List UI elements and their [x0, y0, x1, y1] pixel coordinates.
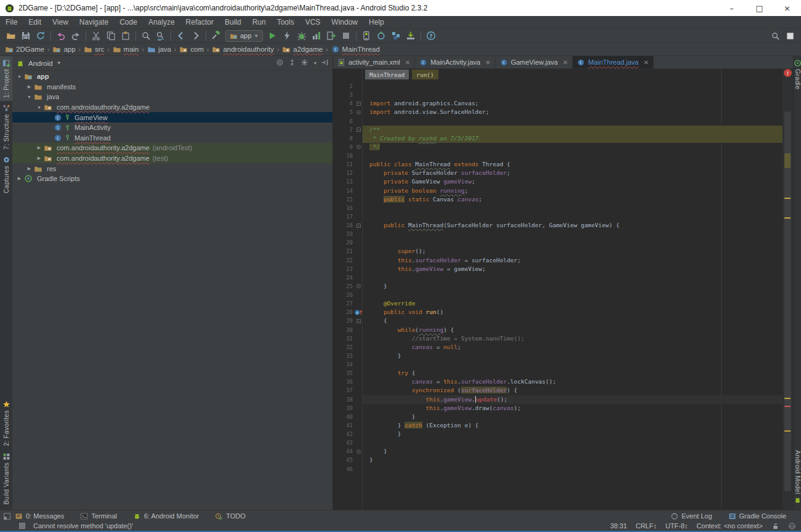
tool-stripe-captures[interactable]: Captures — [0, 153, 12, 196]
code-line[interactable]: 42 } — [333, 430, 783, 438]
tool-button-todo[interactable]: TODO — [215, 512, 246, 520]
panelbox-button[interactable] — [783, 30, 797, 42]
debug-button[interactable] — [294, 30, 309, 42]
tree-item-manifests[interactable]: ▶manifests — [12, 82, 332, 92]
tree-collapsed-arrow[interactable]: ▶ — [34, 156, 44, 161]
hidepanel-button[interactable] — [321, 58, 329, 68]
code-line[interactable]: 10 — [333, 151, 783, 160]
tree-expanded-arrow[interactable]: ▼ — [25, 95, 34, 99]
caret-position[interactable]: 38:31 — [610, 522, 627, 530]
code-line[interactable]: 18 public MainThread(SurfaceHolder surfa… — [333, 221, 783, 230]
tool-stripe-1-project[interactable]: 1: Project — [0, 56, 12, 101]
code-line[interactable]: 3 — [333, 91, 783, 99]
tab-close-icon[interactable]: ✕ — [643, 59, 648, 66]
cut-button[interactable] — [89, 30, 103, 42]
code-line[interactable]: 46 — [333, 465, 783, 474]
breadcrumb-src[interactable]: src — [84, 45, 104, 54]
code-line[interactable]: 24 — [333, 273, 783, 282]
structure-tb-button[interactable] — [388, 30, 403, 42]
tree-item-res[interactable]: ▶res — [12, 163, 332, 174]
code-line[interactable]: 29 { — [333, 316, 783, 325]
gradlesync-button[interactable] — [374, 30, 388, 42]
code-line[interactable]: 44 } — [333, 447, 783, 456]
tab-activity-main-xml[interactable]: activity_main.xml✕ — [333, 56, 415, 68]
menu-analyze[interactable]: Analyze — [143, 18, 180, 26]
tool-button-6-android-monitor[interactable]: 6: Android Monitor — [133, 512, 199, 520]
breadcrumb-chip[interactable]: MainThread — [365, 70, 409, 79]
line-ending-selector[interactable]: CRLF↕ — [635, 522, 656, 530]
menu-build[interactable]: Build — [219, 18, 247, 26]
tab-close-icon[interactable]: ✕ — [485, 59, 490, 66]
code-line[interactable]: 28o public void run() — [333, 308, 783, 316]
breadcrumb-androidauthority[interactable]: androidauthority — [212, 45, 273, 54]
tab-close-icon[interactable]: ✕ — [405, 59, 410, 66]
code-line[interactable]: 5import android.view.SurfaceHolder; — [333, 108, 783, 116]
menu-vcs[interactable]: VCS — [300, 18, 326, 26]
avd-button[interactable] — [359, 30, 374, 42]
tree-item-mainactivity[interactable]: CMainActivity — [12, 123, 332, 133]
menu-code[interactable]: Code — [114, 18, 143, 26]
code-line[interactable]: 23 this.gameView = gameView; — [333, 265, 783, 273]
menu-window[interactable]: Window — [326, 18, 363, 26]
tab-mainactivity-java[interactable]: CMainActivity.java✕ — [415, 56, 496, 68]
code-line[interactable]: 15 public static Canvas canvas; — [333, 195, 783, 204]
code-line[interactable]: 27 @Override — [333, 299, 783, 308]
tree-item-gradle-scripts[interactable]: ▶Gradle Scripts — [12, 174, 332, 184]
copy-button[interactable] — [103, 30, 118, 42]
tree-expanded-arrow[interactable]: ▼ — [15, 75, 24, 79]
code-line[interactable]: 22 this.surfaceHolder = surfaceHolder; — [333, 256, 783, 265]
breadcrumb-app[interactable]: app — [52, 45, 75, 54]
code-line[interactable]: 26 — [333, 291, 783, 299]
code-line[interactable]: 13 private GameView gameView; — [333, 177, 783, 186]
code-line[interactable]: 40 } — [333, 413, 783, 421]
code-line[interactable]: 12 private SurfaceHolder surfaceHolder; — [333, 169, 783, 177]
save-button[interactable] — [18, 30, 33, 42]
fold-marker-icon[interactable] — [354, 221, 363, 230]
replace-button[interactable] — [153, 30, 168, 42]
gear-button[interactable] — [300, 58, 308, 68]
stop-button[interactable] — [339, 30, 353, 42]
code-line[interactable]: 38 this.gameView.update(); — [333, 395, 783, 404]
code-line[interactable]: 9 */ — [333, 143, 783, 151]
tree-expanded-arrow[interactable]: ▼ — [34, 105, 44, 110]
code-line[interactable]: 20 — [333, 238, 783, 247]
breadcrumb-java[interactable]: java — [147, 45, 171, 54]
menu-tools[interactable]: Tools — [272, 18, 300, 26]
hector-inspections-icon[interactable] — [788, 522, 796, 530]
attach-button[interactable] — [324, 30, 339, 42]
forward-button[interactable] — [188, 30, 203, 42]
tab-gameview-java[interactable]: CGameView.java✕ — [496, 56, 573, 68]
tool-button-terminal[interactable]: Terminal — [80, 512, 117, 520]
menu-navigate[interactable]: Navigate — [74, 18, 114, 26]
fold-marker-icon[interactable] — [354, 316, 363, 325]
code-line[interactable]: 43 — [333, 438, 783, 447]
minimize-button[interactable]: – — [718, 0, 746, 16]
run-configuration-combo[interactable]: app▼ — [225, 30, 263, 42]
tree-collapsed-arrow[interactable]: ▶ — [25, 84, 34, 89]
editor-area[interactable]: activity_main.xml✕CMainActivity.java✕CGa… — [333, 56, 793, 510]
code-line[interactable]: 6 — [333, 117, 783, 126]
code-line[interactable]: 21 super(); — [333, 247, 783, 256]
tool-stripe-android-model[interactable]: Android Model — [794, 447, 801, 507]
code-line[interactable]: 19 — [333, 230, 783, 238]
breadcrumb-chip[interactable]: run() — [412, 70, 438, 79]
redo-button[interactable] — [68, 30, 83, 42]
code-line[interactable]: 41 } catch (Exception e) { — [333, 421, 783, 430]
menu-file[interactable]: File — [0, 18, 23, 26]
code-line[interactable]: 30 while(running) { — [333, 326, 783, 334]
code-line[interactable]: 31 //startTime = System.nanoTime(); — [333, 334, 783, 343]
tool-stripe-build-variants[interactable]: Build Variants — [0, 449, 12, 507]
fold-marker-icon[interactable] — [354, 108, 363, 116]
code-line[interactable]: 32 canvas = null; — [333, 343, 783, 352]
code-line[interactable]: 4import android.graphics.Canvas; — [333, 99, 783, 108]
code-line[interactable]: 37 synchronized (surfaceHolder) { — [333, 386, 783, 395]
breadcrumb-main[interactable]: main — [113, 45, 139, 54]
find-button[interactable] — [139, 30, 153, 42]
code-line[interactable]: 35 try { — [333, 369, 783, 377]
tool-button-0-messages[interactable]: 0: Messages — [15, 512, 64, 520]
scrollbar-thumb[interactable] — [784, 111, 791, 491]
fold-marker-icon[interactable] — [354, 126, 363, 134]
maximize-button[interactable]: □ — [746, 0, 773, 16]
hammer-button[interactable] — [209, 30, 223, 42]
close-button[interactable]: × — [773, 0, 801, 16]
